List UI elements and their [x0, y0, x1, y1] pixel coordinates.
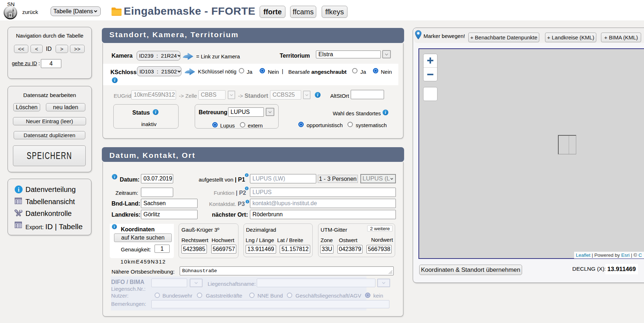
svg-text:i: i: [18, 187, 20, 193]
